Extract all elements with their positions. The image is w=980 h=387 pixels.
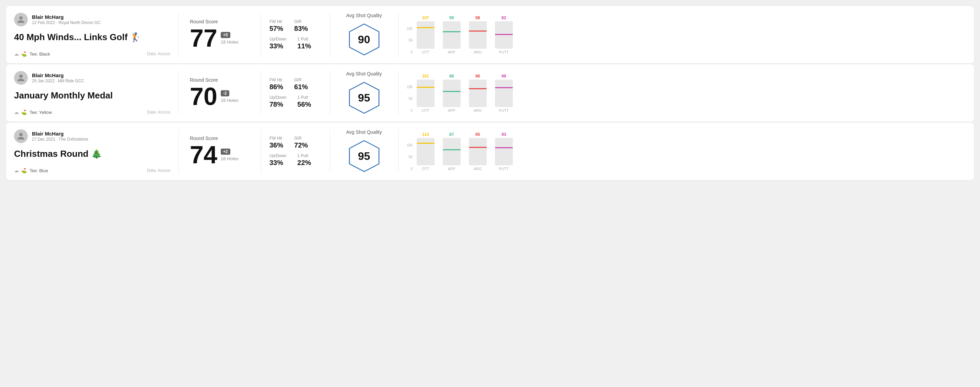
score-differential-badge: +2	[221, 149, 230, 155]
bar-line	[417, 27, 434, 28]
bar-group-arg: 98ARG	[468, 16, 488, 54]
round-card-card1: Blair McHarg12 Feb 2022 · Royal North De…	[5, 5, 975, 64]
score-row: 70-218 Holes	[190, 84, 250, 109]
bars-container: 107OTT95APP98ARG82PUTT	[415, 16, 514, 54]
bar-line	[443, 149, 461, 150]
bar-wrapper	[417, 21, 434, 49]
weather-icon: ☁	[14, 109, 19, 115]
tee-icons: ☁⛳	[14, 51, 27, 57]
bar-value: 86	[449, 74, 454, 79]
bar-label: OTT	[422, 167, 430, 171]
stat-label: FW Hit	[269, 19, 283, 24]
stat-item-fw-hit: FW Hit86%	[269, 78, 283, 91]
bar-group-app: 86APP	[441, 74, 462, 113]
bar-value: 96	[476, 74, 480, 79]
chart-with-axis: 100 50 0 107OTT95APP98ARG82PUTT	[407, 16, 958, 54]
score-row: 77+518 Holes	[190, 26, 250, 51]
chart-y-axis: 100 50 0	[407, 85, 414, 113]
user-text: Blair McHarg29 Jan 2022 · Mill Ride GCC	[32, 72, 84, 83]
quality-section: Avg Shot Quality 95	[330, 129, 399, 173]
tee-left: ☁⛳Tee: Yellow	[14, 109, 52, 115]
axis-label-50: 50	[407, 38, 413, 42]
quality-section: Avg Shot Quality 90	[330, 13, 399, 57]
stat-value: 33%	[269, 42, 286, 50]
axis-label-0: 0	[407, 51, 413, 54]
card-left-section: Blair McHarg12 Feb 2022 · Royal North De…	[14, 13, 179, 57]
stats-row-bottom: Up/Down33%1 Putt22%	[269, 153, 321, 167]
stats-section: FW Hit86%GIR61%Up/Down78%1 Putt56%	[261, 71, 330, 115]
shot-quality-hexagon: 90	[347, 22, 381, 57]
stat-label: Up/Down	[269, 153, 286, 158]
chart-with-axis: 100 50 0 101OTT86APP96ARG99PUTT	[407, 74, 958, 113]
stat-value: 11%	[297, 42, 311, 50]
bar-label: OTT	[422, 108, 430, 113]
stat-value: 72%	[294, 141, 308, 149]
score-section: Round Score74+218 Holes	[179, 129, 261, 173]
stats-row-top: FW Hit36%GIR72%	[269, 136, 321, 149]
stat-item-1-putt: 1 Putt56%	[297, 95, 311, 108]
chart-y-axis: 100 50 0	[407, 27, 414, 54]
bar-group-ott: 107OTT	[415, 16, 436, 54]
stat-label: GIR	[294, 78, 308, 82]
score-label: Round Score	[190, 19, 250, 24]
data-source: Data: Arccos	[147, 51, 170, 56]
score-number: 70	[190, 84, 217, 109]
bar-value: 87	[449, 132, 454, 137]
quality-section: Avg Shot Quality 95	[330, 71, 399, 115]
tee-row: ☁⛳Tee: YellowData: Arccos	[14, 109, 170, 115]
bar-value: 95	[449, 16, 454, 20]
quality-score: 95	[358, 150, 371, 163]
stat-value: 83%	[294, 25, 308, 33]
stat-label: Up/Down	[269, 95, 286, 100]
bar-line	[469, 147, 487, 148]
bar-value: 98	[476, 16, 480, 20]
bar-wrapper	[443, 21, 461, 49]
stat-value: 33%	[269, 159, 286, 167]
round-title: 40 Mph Winds... Links Golf 🏌️	[14, 32, 170, 43]
bar-wrapper	[495, 21, 513, 49]
user-name: Blair McHarg	[32, 131, 88, 136]
bar-group-putt: 99PUTT	[493, 74, 514, 113]
stats-section: FW Hit57%GIR83%Up/Down33%1 Putt11%	[261, 13, 330, 57]
tee-icons: ☁⛳	[14, 109, 27, 115]
user-date: 12 Feb 2022 · Royal North Devon GC	[32, 20, 100, 25]
tee-icon: ⛳	[21, 168, 27, 173]
score-row: 74+218 Holes	[190, 143, 250, 167]
quality-label: Avg Shot Quality	[346, 71, 382, 76]
bar-group-arg: 95ARG	[468, 132, 488, 171]
stat-item-1-putt: 1 Putt11%	[297, 37, 311, 50]
bar-line	[495, 87, 513, 88]
bar-wrapper	[469, 138, 487, 165]
bars-container: 101OTT86APP96ARG99PUTT	[415, 74, 514, 113]
avatar	[14, 71, 28, 85]
tee-row: ☁⛳Tee: BlackData: Arccos	[14, 51, 170, 57]
quality-label: Avg Shot Quality	[346, 13, 382, 18]
bar-label: PUTT	[499, 50, 509, 54]
shot-quality-hexagon: 95	[347, 139, 381, 173]
user-info: Blair McHarg12 Feb 2022 · Royal North De…	[14, 13, 170, 26]
stat-label: 1 Putt	[297, 153, 311, 158]
stat-item-gir: GIR61%	[294, 78, 308, 91]
card-left-section: Blair McHarg29 Jan 2022 · Mill Ride GCCJ…	[14, 71, 179, 115]
stat-label: GIR	[294, 136, 308, 141]
bar-group-arg: 96ARG	[468, 74, 488, 113]
bar-line	[495, 34, 513, 35]
axis-label-100: 100	[407, 27, 413, 30]
bar-wrapper	[417, 79, 434, 107]
bar-value: 101	[422, 74, 429, 79]
stat-value: 57%	[269, 25, 283, 33]
tee-left: ☁⛳Tee: Blue	[14, 168, 48, 173]
axis-label-100: 100	[407, 143, 413, 147]
bar-group-app: 87APP	[441, 132, 462, 171]
stat-item-gir: GIR72%	[294, 136, 308, 149]
stat-item-fw-hit: FW Hit57%	[269, 19, 283, 33]
bar-group-putt: 82PUTT	[493, 16, 514, 54]
stat-value: 22%	[297, 159, 311, 167]
bar-line	[469, 88, 487, 89]
stat-item-updown: Up/Down33%	[269, 37, 286, 50]
bar-value: 99	[501, 74, 506, 79]
user-text: Blair McHarg27 Dec 2021 · The Oxfordshir…	[32, 131, 88, 142]
bar-value: 110	[422, 132, 429, 137]
bar-label: ARG	[474, 108, 482, 113]
avatar	[14, 13, 28, 26]
